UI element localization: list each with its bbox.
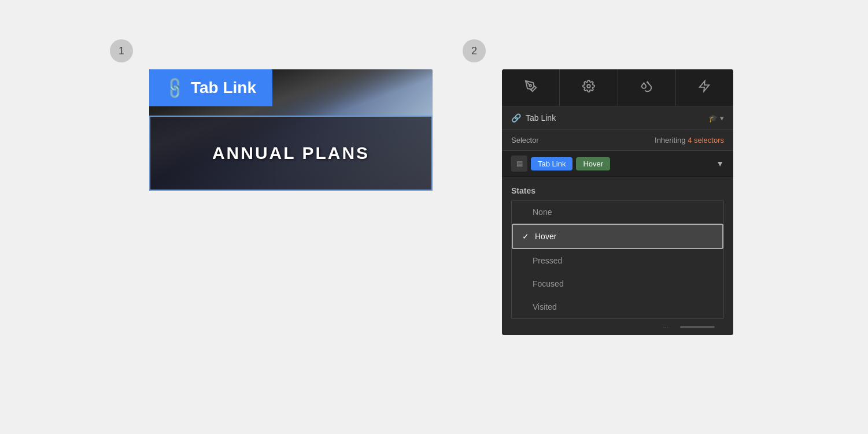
chevron-down-icon: ▼: [716, 159, 724, 168]
state-focused-label: Focused: [533, 279, 564, 288]
preview-panel: 🔗 Tab Link ANNUAL PLANS: [149, 69, 433, 191]
state-none[interactable]: None: [512, 201, 723, 224]
gear-tool-button[interactable]: [560, 69, 618, 106]
header-title: Tab Link: [526, 113, 704, 123]
header-row: 🔗 Tab Link 🎓 ▾: [502, 106, 733, 130]
droplets-tool-button[interactable]: [618, 69, 676, 106]
step-badge-2: 2: [463, 39, 486, 62]
tab-link-tag[interactable]: Tab Link: [531, 157, 572, 170]
link-icon: 🔗: [162, 75, 188, 101]
state-visited-label: Visited: [533, 302, 557, 311]
inheriting-text: Inheriting: [655, 136, 685, 144]
state-visited[interactable]: Visited: [512, 295, 723, 318]
state-focused[interactable]: Focused: [512, 272, 723, 295]
brush-tool-button[interactable]: [502, 69, 560, 106]
lightning-icon: [698, 80, 711, 95]
right-panel: 🔗 Tab Link 🎓 ▾ Selector Inheriting 4 sel…: [502, 69, 733, 335]
state-hover[interactable]: ✓ Hover: [512, 224, 723, 249]
selector-info: Inheriting 4 selectors: [544, 136, 724, 144]
style-icon: 🎓: [708, 114, 718, 123]
check-icon: ✓: [522, 232, 529, 241]
tab-link-label: Tab Link: [191, 79, 256, 97]
toolbar: [502, 69, 733, 106]
selector-label: Selector: [511, 136, 539, 144]
states-section: States None ✓ Hover Pressed Focused Vi: [502, 177, 733, 335]
header-link-icon: 🔗: [511, 113, 521, 123]
selector-count: 4 selectors: [688, 136, 724, 144]
annual-plans-text: ANNUAL PLANS: [212, 143, 370, 163]
tags-row: ▤ Tab Link Hover ▼: [502, 151, 733, 177]
annual-plans-box: ANNUAL PLANS: [149, 116, 433, 191]
svg-point-1: [587, 84, 590, 88]
states-label: States: [511, 186, 724, 195]
state-pressed[interactable]: Pressed: [512, 249, 723, 272]
brush-icon: [525, 80, 537, 95]
gear-icon: [582, 80, 595, 95]
scroll-hint: ···: [663, 324, 668, 331]
selector-type-glyph: ▤: [516, 159, 523, 168]
dropdown-arrow[interactable]: ▾: [720, 114, 724, 123]
droplets-icon: [640, 80, 653, 95]
hover-tag[interactable]: Hover: [576, 157, 610, 170]
state-hover-label: Hover: [535, 232, 556, 241]
lightning-tool-button[interactable]: [676, 69, 733, 106]
scroll-indicator: [680, 326, 715, 328]
selector-row: Selector Inheriting 4 selectors: [502, 130, 733, 151]
state-none-label: None: [533, 207, 552, 217]
tag-dropdown-button[interactable]: ▼: [716, 159, 724, 168]
tab-link-button[interactable]: 🔗 Tab Link: [149, 69, 272, 106]
step-badge-1: 1: [110, 39, 133, 62]
svg-point-0: [529, 84, 531, 87]
selector-type-icon: ▤: [511, 155, 527, 172]
svg-marker-2: [700, 81, 710, 91]
state-pressed-label: Pressed: [533, 256, 562, 265]
states-dropdown: None ✓ Hover Pressed Focused Visited: [511, 200, 724, 319]
header-actions[interactable]: 🎓 ▾: [708, 114, 724, 123]
